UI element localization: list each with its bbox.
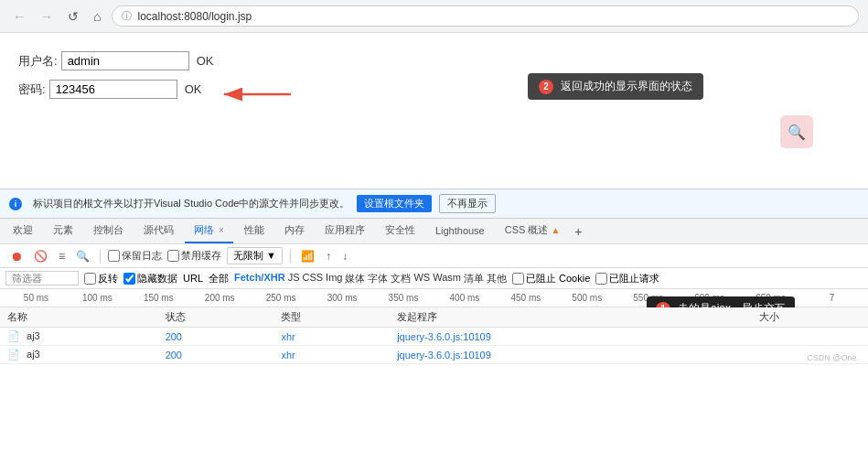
row2-name: 📄 aj3 — [0, 346, 158, 364]
type-img[interactable]: Img — [326, 272, 342, 285]
type-doc[interactable]: 文档 — [391, 272, 411, 285]
tab-sources[interactable]: 源代码 — [134, 219, 183, 243]
col-size: 大小 — [752, 307, 868, 328]
file-icon-1: 📄 — [7, 330, 20, 341]
reload-button[interactable]: ↺ — [64, 7, 82, 26]
hide-data-input[interactable] — [123, 273, 135, 285]
search-fab[interactable]: 🔍 — [780, 115, 813, 148]
blocked-cookies-checkbox[interactable]: 已阻止 Cookie — [512, 272, 590, 285]
network-table-container[interactable]: 名称 状态 类型 发起程序 大小 📄 aj3 200 xhr jquery-3.… — [0, 307, 868, 364]
preserve-log-checkbox[interactable]: 保留日志 — [108, 249, 162, 263]
tab-memory[interactable]: 内存 — [275, 219, 314, 243]
type-media[interactable]: 媒体 — [345, 272, 365, 285]
tab-network-close[interactable]: × — [219, 225, 224, 235]
username-ok: OK — [197, 54, 214, 68]
row1-initiator[interactable]: jquery-3.6.0.js:10109 — [390, 328, 752, 346]
devtools-tabs: 欢迎 元素 控制台 源代码 网络 × 性能 内存 应用程序 安全性 Lighth… — [0, 219, 868, 244]
filter-button[interactable]: ≡ — [56, 249, 68, 264]
password-row: 密码: OK — [18, 80, 850, 99]
row1-name: 📄 aj3 — [0, 328, 158, 346]
download-button[interactable]: ↓ — [339, 249, 350, 264]
tab-lighthouse[interactable]: Lighthouse — [426, 221, 494, 242]
tab-elements[interactable]: 元素 — [44, 219, 82, 243]
row2-initiator[interactable]: jquery-3.6.0.js:10109 — [390, 346, 752, 364]
password-label: 密码: — [18, 81, 46, 98]
tl-300: 300 ms — [312, 293, 373, 303]
invert-input[interactable] — [84, 273, 96, 285]
css-overview-badge: ▲ — [551, 225, 560, 235]
type-ws[interactable]: WS — [413, 272, 430, 285]
table-row: 📄 aj3 200 xhr jquery-3.6.0.js:10109 — [0, 346, 868, 364]
tab-security[interactable]: 安全性 — [376, 219, 424, 243]
search-fab-icon: 🔍 — [788, 124, 806, 141]
network-table: 名称 状态 类型 发起程序 大小 📄 aj3 200 xhr jquery-3.… — [0, 307, 868, 364]
preserve-log-label: 保留日志 — [122, 249, 162, 263]
all-filter-label: 全部 — [209, 272, 229, 285]
tab-network[interactable]: 网络 × — [185, 219, 233, 243]
tl-400: 400 ms — [434, 293, 495, 303]
search-button[interactable]: 🔍 — [73, 249, 92, 264]
tl-450: 450 ms — [495, 293, 556, 303]
tl-50: 50 ms — [5, 293, 67, 303]
type-font[interactable]: 字体 — [368, 272, 388, 285]
address-bar[interactable]: ⓘ localhost:8080/login.jsp — [112, 5, 859, 27]
set-root-button[interactable]: 设置根文件夹 — [357, 195, 432, 212]
infobar-text: 标识项目的根文件夹以打开Visual Studio Code中的源文件并同步更改… — [33, 197, 349, 210]
col-type: 类型 — [273, 307, 390, 328]
disable-cache-input[interactable] — [167, 250, 179, 262]
type-css[interactable]: CSS — [302, 272, 323, 285]
disable-cache-checkbox[interactable]: 禁用缓存 — [167, 249, 221, 263]
upload-button[interactable]: ↑ — [323, 249, 334, 264]
url-filter-label: URL — [183, 273, 203, 284]
tab-welcome[interactable]: 欢迎 — [4, 219, 42, 243]
csdn-watermark: CSDN @One. — [807, 353, 859, 362]
back-button[interactable]: ← — [9, 7, 29, 26]
browser-toolbar: ← → ↺ ⌂ ⓘ localhost:8080/login.jsp — [0, 0, 868, 33]
info-circle-icon: i — [9, 198, 22, 210]
tab-css-overview[interactable]: CSS 概述 ▲ — [496, 219, 570, 243]
file-icon-2: 📄 — [7, 349, 20, 360]
no-show-button[interactable]: 不再显示 — [439, 194, 496, 213]
url-text: localhost:8080/login.jsp — [137, 10, 252, 23]
home-button[interactable]: ⌂ — [90, 7, 104, 26]
separator-2 — [290, 250, 291, 263]
clear-button[interactable]: 🚫 — [31, 249, 50, 264]
hide-data-checkbox[interactable]: 隐藏数据 — [123, 272, 177, 285]
type-other[interactable]: 其他 — [487, 272, 507, 285]
filter-bar: 反转 隐藏数据 URL 全部 Fetch/XHR JS CSS Img 媒体 字… — [0, 268, 868, 289]
tab-performance[interactable]: 性能 — [235, 219, 273, 243]
record-button[interactable]: ⏺ — [7, 248, 26, 264]
type-fetch-xhr[interactable]: Fetch/XHR — [234, 272, 285, 285]
badge-2: 2 — [539, 80, 553, 94]
table-row: 📄 aj3 200 xhr jquery-3.6.0.js:10109 — [0, 328, 868, 346]
filter-input[interactable] — [5, 271, 79, 285]
password-ok: OK — [185, 82, 202, 96]
tl-7: 7 — [801, 293, 863, 303]
add-tab-button[interactable]: + — [574, 224, 582, 239]
password-input[interactable] — [49, 80, 177, 99]
username-input[interactable] — [61, 51, 189, 70]
type-js[interactable]: JS — [288, 272, 300, 285]
blocked-requests-checkbox[interactable]: 已阻止请求 — [595, 272, 659, 285]
css-overview-label: CSS 概述 — [505, 223, 549, 237]
tl-250: 250 ms — [251, 293, 312, 303]
preserve-log-input[interactable] — [108, 250, 120, 262]
invert-checkbox[interactable]: 反转 — [84, 272, 118, 285]
blocked-cookies-input[interactable] — [512, 273, 524, 285]
invert-label: 反转 — [98, 272, 118, 285]
tab-application[interactable]: 应用程序 — [316, 219, 374, 243]
blocked-requests-input[interactable] — [595, 273, 607, 285]
forward-button[interactable]: → — [37, 7, 57, 26]
type-wasm[interactable]: Wasm — [433, 272, 461, 285]
devtools-toolbar: ⏺ 🚫 ≡ 🔍 保留日志 禁用缓存 无限制 ▼ 📶 ↑ ↓ — [0, 244, 868, 268]
tab-console[interactable]: 控制台 — [84, 219, 133, 243]
throttle-dropdown[interactable]: 无限制 ▼ — [227, 247, 283, 264]
separator-1 — [100, 250, 101, 263]
tl-100: 100 ms — [67, 293, 128, 303]
type-manifest[interactable]: 清单 — [464, 272, 484, 285]
annotation-bubble: 2 返回成功的显示界面的状态 — [528, 73, 703, 100]
wifi-button[interactable]: 📶 — [298, 249, 317, 264]
blocked-requests-label: 已阻止请求 — [609, 272, 659, 285]
username-row: 用户名: OK — [18, 51, 850, 70]
blocked-cookies-label: 已阻止 Cookie — [526, 272, 590, 285]
